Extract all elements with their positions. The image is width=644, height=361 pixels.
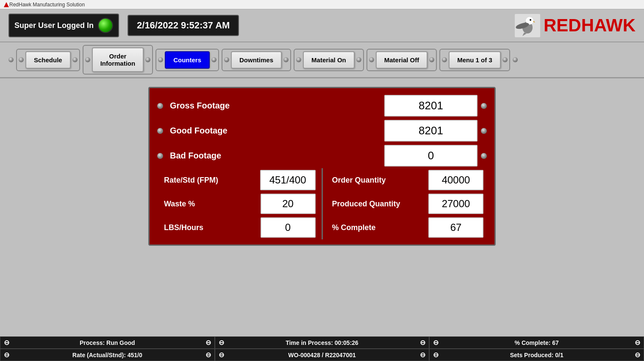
nav-screw [224,57,229,62]
nav-screw [356,57,361,62]
navbar: Schedule OrderInformation Counters Downt… [0,42,644,78]
time-in-process-text: Time in Process: 00:05:26 [227,339,418,346]
rate-std-value: 451/400 [260,170,316,190]
split-row-1: Rate/Std (FPM) 451/400 Order Quantity 40… [155,168,489,192]
lbs-hours-label: LBS/Hours [157,219,261,236]
nav-counters-wrapper: Counters [155,49,219,71]
top-section: Super User Logged In 2/16/2022 9:52:37 A… [0,9,644,42]
pct-complete-value: 67 [428,217,483,238]
lbs-hours-value: 0 [261,217,316,238]
logo-black: HAWK [581,15,636,35]
nav-btn-material-on[interactable]: Material On [303,51,355,69]
nav-screw [442,57,447,62]
statusbar-row1: ⊖ Process: Run Good ⊖ ⊖ Time in Process:… [0,336,644,349]
order-qty-label: Order Quantity [325,172,429,189]
datetime-text: 2/16/2022 9:52:37 AM [137,20,230,31]
waste-cell: Waste % 20 [155,192,322,216]
arrow-right: ⊖ [635,339,640,347]
arrow-right: ⊖ [420,339,425,347]
bad-footage-label: Bad Footage [163,147,384,165]
pct-complete-cell: % Complete 67 [323,216,490,239]
process-text: Process: Run Good [12,339,203,346]
arrow-left: ⊖ [4,339,9,347]
arrow-left: ⊖ [4,351,9,359]
nav-screw [296,57,301,62]
nav-material-on-wrapper: Material On [294,49,364,71]
screw [157,153,163,159]
good-footage-label: Good Footage [163,122,384,140]
arrow-right: ⊖ [635,351,640,359]
arrow-left: ⊖ [219,351,224,359]
rate-std-label: Rate/Std (FPM) [157,172,260,189]
status-light [98,18,113,33]
nav-btn-counters[interactable]: Counters [165,51,210,69]
nav-btn-material-off[interactable]: Material Off [376,51,428,69]
order-qty-value: 40000 [428,170,483,190]
screw [481,103,487,109]
svg-marker-0 [4,2,9,7]
nav-schedule-wrapper: Schedule [16,49,80,71]
wo-text: WO-000428 / R22047001 [227,352,418,358]
arrow-right: ⊖ [420,351,425,359]
counters-panel: Gross Footage 8201 Good Footage 8201 Bad… [148,87,496,246]
produced-qty-value: 27000 [428,194,483,214]
nav-screw-start [8,57,14,62]
statusbar-row2: ⊖ Rate (Actual/Stnd): 451/0 ⊖ ⊖ WO-00042… [0,349,644,361]
rate-text: Rate (Actual/Stnd): 451/0 [12,352,203,358]
split-row-3: LBS/Hours 0 % Complete 67 [155,216,489,239]
logo: REDHAWK [515,14,636,37]
nav-menu-wrapper: Menu 1 of 3 [439,49,510,71]
login-text: Super User Logged In [14,21,94,30]
waste-value: 20 [261,194,316,214]
nav-screw [85,57,90,62]
nav-screw-end [513,57,518,62]
screw [481,153,487,159]
gross-footage-row: Gross Footage 8201 [155,93,489,118]
arrow-left: ⊖ [433,351,439,359]
status-rate: ⊖ Rate (Actual/Stnd): 451/0 ⊖ [0,349,215,361]
sets-produced-text: Sets Produced: 0/1 [441,352,632,358]
logo-bird [515,14,540,37]
arrow-left: ⊖ [219,339,224,347]
order-qty-cell: Order Quantity 40000 [323,168,490,192]
titlebar: RedHawk Manufacturing Solution [0,0,644,9]
bad-footage-row: Bad Footage 0 [155,143,489,168]
arrow-left: ⊖ [433,339,439,347]
bad-footage-value: 0 [384,145,477,167]
nav-btn-order-info[interactable]: OrderInformation [92,47,144,72]
waste-label: Waste % [157,195,261,213]
nav-screw [72,57,78,62]
status-process: ⊖ Process: Run Good ⊖ [0,336,215,349]
lbs-hours-cell: LBS/Hours 0 [155,216,322,239]
datetime-box: 2/16/2022 9:52:37 AM [128,15,239,36]
status-sets-produced: ⊖ Sets Produced: 0/1 ⊖ [429,349,644,361]
screw [157,128,163,134]
nav-screw [502,57,508,62]
brand-icon [3,2,9,8]
screw [157,103,163,109]
screw [481,128,487,134]
nav-order-info-wrapper: OrderInformation [83,45,153,75]
nav-btn-menu[interactable]: Menu 1 of 3 [449,51,501,69]
status-pct-complete: ⊖ % Complete: 67 ⊖ [429,336,644,349]
good-footage-value: 8201 [384,120,477,142]
produced-qty-cell: Produced Quantity 27000 [323,192,490,216]
status-wo: ⊖ WO-000428 / R22047001 ⊖ [215,349,430,361]
main-content: Gross Footage 8201 Good Footage 8201 Bad… [0,78,644,254]
statusbar: ⊖ Process: Run Good ⊖ ⊖ Time in Process:… [0,336,644,361]
rate-std-cell: Rate/Std (FPM) 451/400 [155,168,322,192]
status-time-in-process: ⊖ Time in Process: 00:05:26 ⊖ [215,336,430,349]
arrow-right: ⊖ [205,351,211,359]
gross-footage-value: 8201 [384,95,477,117]
login-box: Super User Logged In [8,14,119,37]
pct-complete-status-text: % Complete: 67 [441,339,632,346]
nav-screw [429,57,434,62]
nav-screw [158,57,163,62]
nav-btn-schedule[interactable]: Schedule [25,51,71,69]
nav-material-off-wrapper: Material Off [366,49,437,71]
pct-complete-label: % Complete [325,219,429,236]
nav-btn-downtimes[interactable]: Downtimes [231,51,282,69]
split-row-2: Waste % 20 Produced Quantity 27000 [155,192,489,216]
nav-screw [369,57,374,62]
arrow-right: ⊖ [205,339,211,347]
